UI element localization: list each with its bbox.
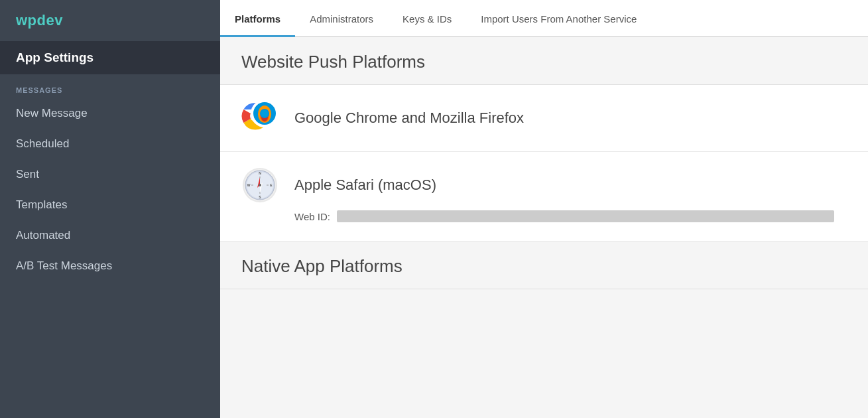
tab-bar: Platforms Administrators Keys & IDs Impo… [220, 0, 868, 37]
tab-keys-ids[interactable]: Keys & IDs [388, 3, 466, 37]
messages-section-label: MESSAGES [0, 74, 220, 98]
sidebar: wpdev App Settings MESSAGES New Message … [0, 0, 220, 418]
svg-point-25 [259, 184, 261, 186]
svg-text:N: N [259, 171, 261, 175]
sidebar-item-scheduled[interactable]: Scheduled [0, 129, 220, 159]
web-id-row: Web ID: [241, 210, 847, 222]
safari-top: N S E W [241, 167, 847, 204]
main-content: Platforms Administrators Keys & IDs Impo… [220, 0, 868, 418]
safari-label: Apple Safari (macOS) [294, 176, 436, 194]
safari-icon: N S E W [241, 167, 279, 204]
sidebar-item-ab-test-messages[interactable]: A/B Test Messages [0, 251, 220, 281]
sidebar-item-templates[interactable]: Templates [0, 190, 220, 220]
sidebar-item-sent[interactable]: Sent [0, 159, 220, 190]
chrome-firefox-row: Google Chrome and Mozilla Firefox [220, 85, 868, 152]
svg-text:W: W [247, 183, 251, 187]
tab-administrators[interactable]: Administrators [295, 3, 388, 37]
web-id-label: Web ID: [294, 211, 330, 222]
website-push-header: Website Push Platforms [220, 37, 868, 85]
sidebar-item-new-message[interactable]: New Message [0, 98, 220, 129]
content-area: Website Push Platforms [220, 37, 868, 418]
logo[interactable]: wpdev [0, 0, 220, 41]
safari-browser-icon: N S E W [243, 168, 277, 202]
tab-import-users[interactable]: Import Users From Another Service [466, 3, 651, 37]
sidebar-item-automated[interactable]: Automated [0, 220, 220, 251]
firefox-icon [251, 100, 279, 127]
safari-row: N S E W [220, 152, 868, 242]
native-app-header: Native App Platforms [220, 242, 868, 289]
tab-platforms[interactable]: Platforms [220, 3, 295, 37]
web-id-bar[interactable] [337, 210, 834, 222]
chrome-firefox-icon [241, 100, 279, 137]
app-settings-title[interactable]: App Settings [0, 41, 220, 74]
chrome-firefox-label: Google Chrome and Mozilla Firefox [294, 109, 524, 127]
svg-point-10 [261, 110, 268, 117]
